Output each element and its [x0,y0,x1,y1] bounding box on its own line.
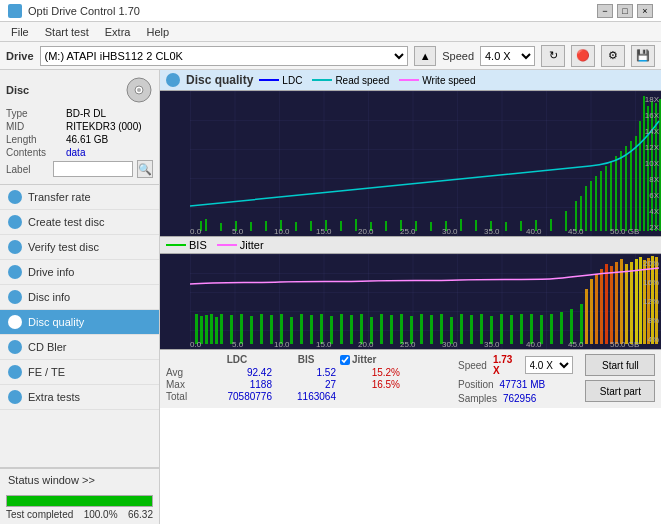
menu-help[interactable]: Help [143,25,172,39]
svg-rect-78 [290,317,293,344]
stats-avg-row: Avg 92.42 1.52 15.2% [166,367,446,378]
sidebar-item-disc-quality[interactable]: Disc quality [0,310,159,335]
titlebar-controls: − □ × [597,4,653,18]
legend-ldc: LDC [259,75,302,86]
bis-total: 1163064 [276,391,336,402]
disc-info-label: Disc info [28,291,70,303]
svg-rect-15 [355,219,357,231]
svg-rect-84 [350,315,353,344]
disc-panel-header: Disc [6,76,153,104]
sidebar-item-verify-test-disc[interactable]: Verify test disc [0,235,159,260]
save-button[interactable]: 💾 [631,45,655,67]
speed-position-panel: Speed 1.73 X 4.0 X Position 47731 MB Sam… [458,354,573,404]
bottom-chart: 30 25 20 15 10 0.0 5.0 10.0 15.0 20.0 25… [160,254,661,349]
create-test-disc-icon [8,215,22,229]
drive-info-label: Drive info [28,266,74,278]
start-full-button[interactable]: Start full [585,354,655,376]
extra-tests-label: Extra tests [28,391,80,403]
sidebar-item-cd-bler[interactable]: CD Bler [0,335,159,360]
sidebar-item-extra-tests[interactable]: Extra tests [0,385,159,410]
jitter-col-header: Jitter [340,354,376,365]
menu-extra[interactable]: Extra [102,25,134,39]
sidebar-item-drive-info[interactable]: Drive info [0,260,159,285]
extra-val: 66.32 [128,509,153,520]
svg-rect-114 [600,269,603,344]
chart-header: Disc quality LDC Read speed Write speed [160,70,661,91]
speed-select[interactable]: 4.0 X [480,46,535,66]
chart-header-icon [166,73,180,87]
main: Disc Type BD-R DL MID RITEKDR3 (000) Len… [0,70,661,524]
max-label: Max [166,379,198,390]
top-chart-svg: 2000 1500 1000 500 0 0.0 5.0 10.0 15.0 2… [190,91,661,236]
disc-mid-row: MID RITEKDR3 (000) [6,121,153,132]
sidebar-item-transfer-rate[interactable]: Transfer rate [0,185,159,210]
eject-button[interactable]: ▲ [414,46,436,66]
disc-svg-icon [125,76,153,104]
disc-contents-row: Contents data [6,147,153,158]
disc-label-row: Label 🔍 [6,160,153,178]
contents-val: data [66,147,153,158]
svg-rect-96 [470,315,473,344]
svg-rect-101 [520,314,523,344]
svg-rect-35 [600,171,602,231]
svg-rect-37 [610,161,612,231]
svg-rect-11 [295,222,297,231]
svg-rect-14 [340,221,342,231]
svg-rect-68 [205,315,208,344]
drive-select[interactable]: (M:) ATAPI iHBS112 2 CL0K [40,46,409,66]
app-title: Opti Drive Control 1.70 [28,5,140,17]
start-part-button[interactable]: Start part [585,380,655,402]
svg-text:45.0: 45.0 [568,227,584,236]
svg-text:40.0: 40.0 [526,340,542,349]
read-speed-legend-label: Read speed [335,75,389,86]
svg-text:40.0: 40.0 [526,227,542,236]
create-test-disc-label: Create test disc [28,216,104,228]
speed-val: 1.73 X [493,354,519,376]
restore-button[interactable]: □ [617,4,633,18]
svg-rect-28 [550,219,552,231]
svg-text:0.0: 0.0 [190,227,202,236]
progress-bar-bg [6,495,153,507]
sidebar-item-disc-info[interactable]: Disc info [0,285,159,310]
length-key: Length [6,134,66,145]
status-window-button[interactable]: Status window >> [0,468,159,491]
sidebar-item-create-test-disc[interactable]: Create test disc [0,210,159,235]
stats-max-row: Max 1188 27 16.5% [166,379,446,390]
svg-text:25.0: 25.0 [400,340,416,349]
speed-label: Speed [442,50,474,62]
svg-text:45.0: 45.0 [568,340,584,349]
svg-rect-119 [625,264,628,344]
jitter-legend-label: Jitter [240,239,264,251]
refresh-button[interactable]: ↻ [541,45,565,67]
speed-stat-select[interactable]: 4.0 X [525,356,574,374]
menu-start-test[interactable]: Start test [42,25,92,39]
svg-text:15.0: 15.0 [316,340,332,349]
ldc-legend-label: LDC [282,75,302,86]
menu-file[interactable]: File [8,25,32,39]
svg-rect-12 [310,221,312,231]
close-button[interactable]: × [637,4,653,18]
sidebar-item-fe-te[interactable]: FE / TE [0,360,159,385]
label-input[interactable] [53,161,133,177]
verify-test-disc-label: Verify test disc [28,241,99,253]
right-y-labels: 18X 16X 14X 12X 10X 8X 6X 4X 2X [631,91,661,236]
svg-rect-115 [605,264,608,344]
burn-button[interactable]: 🔴 [571,45,595,67]
svg-rect-117 [615,262,618,344]
bottom-chart-legend: BIS Jitter [160,236,661,254]
stats-panel: LDC BIS Jitter Avg 92.42 1.52 15.2% Max … [160,349,661,408]
stats-total-row: Total 70580776 1163064 [166,391,446,402]
minimize-button[interactable]: − [597,4,613,18]
legend-write-speed: Write speed [399,75,475,86]
settings-button[interactable]: ⚙ [601,45,625,67]
svg-rect-70 [215,317,218,344]
svg-text:35.0: 35.0 [484,340,500,349]
type-key: Type [6,108,66,119]
svg-rect-23 [475,220,477,231]
svg-rect-6 [220,223,222,231]
label-btn[interactable]: 🔍 [137,160,153,178]
chart-title: Disc quality [186,73,253,87]
svg-rect-39 [620,151,622,231]
jitter-checkbox[interactable] [340,355,350,365]
svg-rect-91 [420,314,423,344]
